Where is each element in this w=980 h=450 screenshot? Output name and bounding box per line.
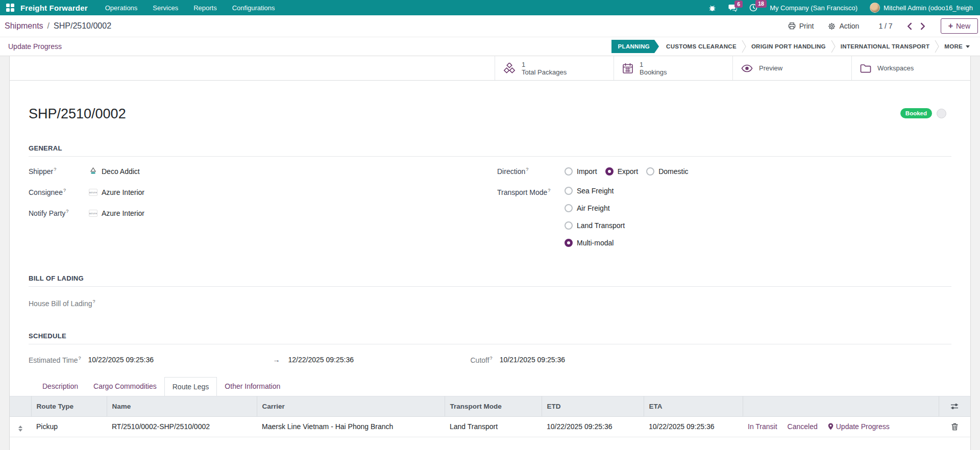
help-marker: ?: [63, 188, 66, 193]
step-international-transport[interactable]: INTERNATIONAL TRANSPORT: [836, 43, 935, 49]
transport-multi-modal-radio[interactable]: Multi-modal: [565, 239, 625, 247]
print-label: Print: [799, 22, 814, 30]
azure-interior-logo: azure: [89, 189, 97, 196]
shipper-value[interactable]: Deco Addict: [89, 167, 140, 176]
more-label: MORE: [944, 43, 963, 49]
handle-column-header: [10, 396, 31, 416]
map-pin-icon: [828, 423, 834, 430]
activity-status-circle[interactable]: [937, 109, 946, 118]
step-more-dropdown[interactable]: MORE: [939, 43, 975, 49]
update-progress-button[interactable]: Update Progress: [8, 42, 62, 51]
consignee-field: Consignee? azure Azure Interior: [29, 187, 490, 197]
help-marker: ?: [490, 356, 493, 361]
row-drag-handle[interactable]: [10, 416, 31, 437]
tab-description[interactable]: Description: [35, 377, 86, 396]
house-bl-label: House Bill of Lading?: [29, 299, 95, 308]
direction-import-radio[interactable]: Import: [565, 167, 597, 176]
action-label: Action: [839, 22, 859, 30]
actions-column-header: [743, 396, 939, 416]
record-pager[interactable]: 1 / 7: [878, 22, 892, 30]
row-update-progress-button[interactable]: Update Progress: [828, 422, 890, 431]
name-header[interactable]: Name: [107, 396, 257, 416]
menu-services[interactable]: Services: [153, 4, 178, 12]
user-menu[interactable]: Mitchell Admin (odoo16_freigh: [870, 3, 973, 13]
company-switcher[interactable]: My Company (San Francisco): [770, 4, 857, 12]
shipper-field: Shipper? Deco Addict: [29, 166, 490, 177]
plus-icon: +: [948, 23, 953, 29]
transport-sea-freight-radio[interactable]: Sea Freight: [565, 187, 625, 195]
eye-icon: [741, 64, 753, 72]
step-planning[interactable]: PLANNING: [611, 40, 659, 53]
transport-land-transport-radio[interactable]: Land Transport: [565, 221, 625, 230]
menu-configurations[interactable]: Configurations: [232, 4, 275, 12]
consignee-value[interactable]: azure Azure Interior: [89, 188, 144, 196]
smart-button-row: 1 Total Packages 1 Bookings: [10, 56, 970, 81]
eta-cell: 10/22/2025 09:25:36: [644, 416, 743, 437]
notebook: Description Cargo Commodities Route Legs…: [10, 377, 970, 437]
estimated-time-label: Estimated Time?: [29, 356, 81, 364]
step-customs-clearance[interactable]: CUSTOMS CLEARANCE: [661, 43, 742, 49]
carrier-cell: Maersk Line Vietnam - Hai Phong Branch: [257, 416, 445, 437]
folder-icon: [860, 64, 871, 73]
action-button[interactable]: Action: [828, 22, 859, 30]
schedule-section-heading: SCHEDULE: [29, 332, 951, 344]
total-packages-button[interactable]: 1 Total Packages: [495, 56, 614, 80]
tab-cargo-commodities[interactable]: Cargo Commodities: [86, 377, 164, 396]
apps-menu-icon[interactable]: [6, 4, 14, 12]
radio-checked-icon: [605, 167, 614, 176]
route-type-header[interactable]: Route Type: [31, 396, 107, 416]
carrier-header[interactable]: Carrier: [257, 396, 445, 416]
help-marker: ?: [54, 167, 56, 172]
help-marker: ?: [548, 188, 550, 193]
messages-count-badge: 6: [734, 1, 743, 8]
preview-button[interactable]: Preview: [732, 56, 851, 80]
eta-header[interactable]: ETA: [644, 396, 743, 416]
pager-next-icon[interactable]: [916, 20, 929, 32]
debug-bug-icon[interactable]: [708, 4, 716, 12]
help-marker: ?: [93, 299, 95, 304]
canceled-button[interactable]: Canceled: [788, 422, 818, 431]
menu-reports[interactable]: Reports: [193, 4, 217, 12]
row-actions-cell: In Transit Canceled Update Progress: [743, 416, 939, 437]
new-button[interactable]: + New: [941, 18, 978, 34]
breadcrumb-shipments-link[interactable]: Shipments: [5, 21, 43, 31]
column-settings-icon[interactable]: [950, 403, 959, 410]
step-chevron-icon: [831, 40, 836, 53]
user-name: Mitchell Admin (odoo16_freigh: [884, 4, 973, 12]
trash-icon[interactable]: [951, 423, 958, 431]
print-button[interactable]: Print: [788, 22, 814, 30]
control-panel: Shipments / SHP/2510/0002 Print Action: [0, 15, 980, 37]
bookings-label: Bookings: [640, 68, 667, 76]
activities-clock-icon[interactable]: 18: [749, 4, 757, 12]
table-header-row: Route Type Name Carrier Transport Mode E…: [10, 396, 970, 416]
pager-previous-icon[interactable]: [903, 20, 916, 32]
messages-icon[interactable]: 6: [728, 4, 737, 12]
app-name[interactable]: Freight Forwarder: [20, 4, 88, 12]
tab-route-legs[interactable]: Route Legs: [164, 377, 217, 396]
transport-air-freight-radio[interactable]: Air Freight: [565, 204, 625, 212]
etd-header[interactable]: ETD: [542, 396, 644, 416]
direction-export-radio[interactable]: Export: [605, 167, 638, 176]
direction-radio-group: Import Export Domestic: [565, 167, 689, 176]
workspaces-button[interactable]: Workspaces: [851, 56, 970, 80]
route-legs-table: Route Type Name Carrier Transport Mode E…: [10, 396, 970, 437]
estimated-end-datetime[interactable]: 12/22/2025 09:25:36: [288, 356, 471, 364]
etd-cell: 10/22/2025 09:25:36: [542, 416, 644, 437]
packages-icon: [503, 63, 516, 74]
transport-mode-header[interactable]: Transport Mode: [445, 396, 542, 416]
house-bl-field[interactable]: House Bill of Lading?: [29, 298, 951, 309]
help-marker: ?: [78, 356, 81, 361]
drag-handle-icon: [18, 426, 22, 432]
tab-other-information[interactable]: Other Information: [217, 377, 288, 396]
notify-party-value[interactable]: azure Azure Interior: [89, 209, 144, 217]
azure-interior-logo: azure: [89, 210, 97, 217]
menu-operations[interactable]: Operations: [105, 4, 138, 12]
bookings-button[interactable]: 1 Bookings: [614, 56, 732, 80]
route-leg-row[interactable]: Pickup RT/2510/0002-SHP/2510/0002 Maersk…: [10, 416, 970, 437]
step-origin-port-handling[interactable]: ORIGIN PORT HANDLING: [746, 43, 831, 49]
cutoff-datetime[interactable]: 10/21/2025 09:25:36: [500, 356, 565, 364]
estimated-start-datetime[interactable]: 10/22/2025 09:25:36: [88, 356, 273, 364]
in-transit-button[interactable]: In Transit: [748, 422, 777, 431]
direction-domestic-radio[interactable]: Domestic: [646, 167, 688, 176]
transport-mode-label: Transport Mode?: [497, 188, 565, 196]
